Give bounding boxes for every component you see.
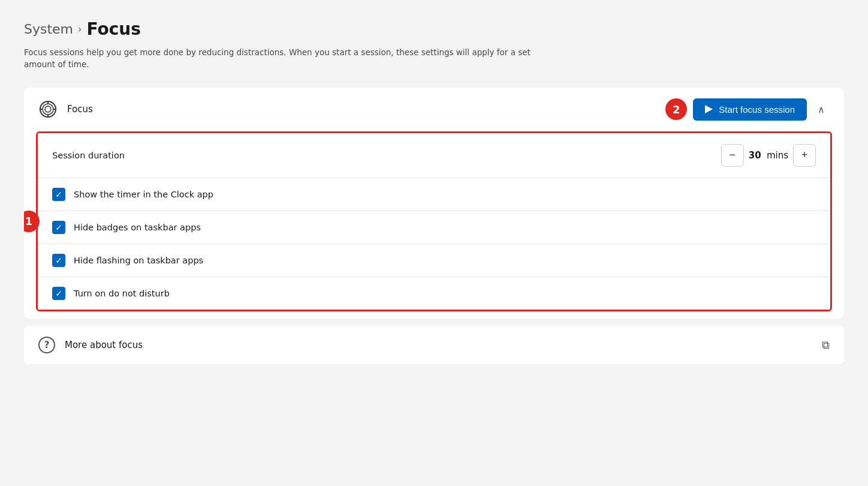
breadcrumb-chevron-icon: › — [78, 23, 82, 35]
collapse-button[interactable]: ∧ — [813, 101, 830, 118]
duration-value: 30 mins — [749, 150, 788, 161]
checkbox-show-timer-input[interactable]: ✓ — [52, 188, 65, 201]
start-focus-session-button[interactable]: Start focus session — [693, 98, 807, 121]
annotation-badge-2: 2 — [665, 98, 687, 120]
more-about-focus-label: More about focus — [65, 340, 812, 350]
focus-content-wrapper: 1 Session duration − 30 mins + ✓ — [31, 131, 837, 311]
duration-increase-button[interactable]: + — [793, 144, 816, 167]
duration-decrease-button[interactable]: − — [721, 144, 744, 167]
checkbox-hide-badges[interactable]: ✓ Hide badges on taskbar apps — [38, 211, 830, 244]
checkbox-show-timer[interactable]: ✓ Show the timer in the Clock app — [38, 178, 830, 211]
checkmark-icon: ✓ — [55, 289, 62, 298]
breadcrumb: System › Focus — [24, 19, 844, 39]
page-title: Focus — [86, 19, 140, 39]
focus-target-icon — [38, 100, 58, 119]
focus-card-header: Focus 2 Start focus session ∧ — [24, 88, 844, 131]
checkbox-do-not-disturb-label: Turn on do not disturb — [74, 289, 170, 298]
play-icon — [705, 105, 713, 113]
duration-controls: − 30 mins + — [721, 144, 816, 167]
more-about-focus-card: ? More about focus ⧉ — [24, 326, 844, 364]
start-session-label: Start focus session — [719, 104, 795, 115]
checkbox-hide-badges-label: Hide badges on taskbar apps — [74, 223, 201, 232]
checkbox-do-not-disturb[interactable]: ✓ Turn on do not disturb — [38, 277, 830, 310]
checkbox-hide-flashing-input[interactable]: ✓ — [52, 254, 65, 267]
focus-header-right: 2 Start focus session ∧ — [665, 98, 830, 121]
svg-point-1 — [43, 104, 53, 115]
checkbox-hide-badges-input[interactable]: ✓ — [52, 221, 65, 234]
checkbox-hide-flashing[interactable]: ✓ Hide flashing on taskbar apps — [38, 244, 830, 277]
session-duration-label: Session duration — [52, 151, 125, 160]
external-link-icon[interactable]: ⧉ — [822, 338, 830, 352]
focus-card: Focus 2 Start focus session ∧ 1 Session … — [24, 88, 844, 319]
svg-point-2 — [45, 106, 51, 112]
breadcrumb-system[interactable]: System — [24, 22, 73, 37]
checkbox-do-not-disturb-input[interactable]: ✓ — [52, 287, 65, 300]
checkbox-show-timer-label: Show the timer in the Clock app — [74, 190, 213, 199]
checkmark-icon: ✓ — [55, 223, 62, 232]
checkbox-hide-flashing-label: Hide flashing on taskbar apps — [74, 256, 203, 265]
focus-card-title: Focus — [67, 104, 656, 115]
page-description: Focus sessions help you get more done by… — [24, 46, 563, 71]
focus-content: Session duration − 30 mins + ✓ Show the … — [36, 131, 832, 311]
duration-unit: mins — [767, 150, 788, 161]
question-icon: ? — [38, 337, 55, 353]
checkmark-icon: ✓ — [55, 256, 62, 265]
session-duration-row: Session duration − 30 mins + — [38, 133, 830, 178]
checkmark-icon: ✓ — [55, 190, 62, 199]
